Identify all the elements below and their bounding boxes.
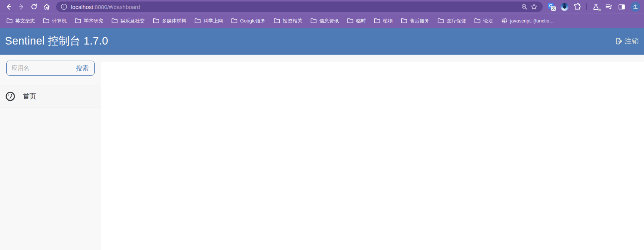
folder-icon	[474, 18, 481, 24]
info-icon[interactable]	[59, 2, 69, 12]
zoom-icon[interactable]	[519, 2, 529, 12]
sidebar-item-label: 首页	[23, 92, 36, 101]
bookmark-folder[interactable]: 计算机	[40, 16, 70, 26]
bookmark-label: 投资相关	[283, 18, 302, 24]
globe-icon	[501, 18, 507, 24]
bookmark-folder[interactable]: 医疗保健	[434, 16, 469, 26]
url-bar[interactable]: localhost:8080/#/dashboard	[56, 1, 543, 12]
folder-icon	[274, 18, 280, 24]
url-host: localhost	[71, 4, 93, 10]
forward-icon[interactable]	[16, 1, 27, 12]
bookmark-folder[interactable]: 科学上网	[191, 16, 226, 26]
folder-icon	[310, 18, 317, 24]
toolbar-separator	[586, 3, 587, 10]
bookmark-label: 植物	[383, 18, 393, 24]
swirl-extension-icon[interactable]	[561, 3, 568, 11]
gauge-icon	[5, 91, 15, 101]
swirl-center	[563, 5, 566, 9]
url-path: :8080/#/dashboard	[93, 4, 140, 10]
folder-icon	[111, 18, 118, 24]
url-text: localhost:8080/#/dashboard	[71, 4, 519, 10]
app-search-input[interactable]	[7, 61, 70, 75]
bookmark-label: 计算机	[52, 18, 67, 24]
back-icon[interactable]	[3, 1, 14, 12]
profile-avatar[interactable]: 生	[631, 2, 640, 12]
extension-area: G 文 生	[546, 2, 640, 12]
app-header: Sentinel 控制台 1.7.0 注销	[0, 28, 644, 55]
flask-status-dot	[598, 9, 601, 11]
bookmark-folder[interactable]: 售后服务	[398, 16, 433, 26]
bookmark-folder[interactable]: 临时	[344, 16, 369, 26]
home-icon[interactable]	[41, 1, 52, 12]
bookmark-folder[interactable]: 植物	[371, 16, 396, 26]
bookmark-folder[interactable]: 投资相关	[270, 16, 306, 26]
bookmark-javascript[interactable]: javascript: (functio…	[498, 16, 558, 25]
folder-icon	[43, 18, 49, 24]
logout-label: 注销	[625, 36, 639, 46]
folder-icon	[374, 18, 380, 24]
folder-icon	[75, 18, 81, 24]
bookmark-label: 多媒体材料	[162, 18, 186, 24]
folder-icon	[194, 18, 201, 24]
folder-icon	[6, 18, 13, 24]
bookmark-folder[interactable]: 论坛	[471, 16, 496, 26]
bookmark-label: 科学上网	[203, 18, 223, 24]
folder-icon	[347, 18, 353, 24]
bookmark-label: 信息资讯	[319, 18, 339, 24]
browser-toolbar: localhost:8080/#/dashboard G 文 生	[0, 0, 644, 13]
bookmark-label: javascript: (functio…	[510, 18, 554, 24]
folder-icon	[401, 18, 407, 24]
translate-extension-icon[interactable]: G 文	[548, 3, 556, 11]
bookmark-star-icon[interactable]	[529, 2, 539, 12]
reload-icon[interactable]	[28, 1, 40, 12]
sidebar-item-home[interactable]: 首页	[0, 85, 101, 107]
flask-icon[interactable]	[592, 3, 600, 11]
page-title: Sentinel 控制台 1.7.0	[5, 34, 108, 49]
sidebar: 搜索 首页	[0, 55, 101, 250]
folder-icon	[231, 18, 237, 24]
sidebar-nav: 首页	[0, 85, 101, 107]
search-button[interactable]: 搜索	[70, 61, 94, 75]
bookmark-folder[interactable]: 学术研究	[71, 16, 107, 26]
bookmark-label: 英文杂志	[15, 18, 35, 24]
main-top-gap	[101, 55, 644, 62]
bookmark-label: 临时	[356, 18, 366, 24]
bookmark-label: 娱乐及社交	[120, 18, 145, 24]
bookmark-label: 论坛	[483, 18, 493, 24]
bookmark-folder[interactable]: 娱乐及社交	[108, 16, 148, 26]
bookmark-folder[interactable]: 信息资讯	[307, 16, 342, 26]
logout-button[interactable]: 注销	[615, 36, 639, 46]
main-area	[101, 55, 644, 250]
bookmark-folder[interactable]: 多媒体材料	[150, 16, 190, 26]
extensions-puzzle-icon[interactable]	[573, 3, 582, 11]
side-panel-icon[interactable]	[618, 3, 626, 11]
folder-icon	[153, 18, 159, 24]
dashboard-panel	[101, 62, 644, 250]
bookmark-folder[interactable]: Google服务	[228, 16, 269, 26]
bookmark-folder[interactable]: 英文杂志	[3, 16, 38, 26]
app-search-group: 搜索	[6, 61, 95, 76]
content-area: 搜索 首页	[0, 55, 644, 250]
bookmark-label: 医疗保健	[447, 18, 466, 24]
bookmark-label: 售后服务	[410, 18, 429, 24]
bookmark-label: Google服务	[240, 18, 266, 24]
folder-icon	[438, 18, 444, 24]
bookmarks-bar: 英文杂志 计算机 学术研究 娱乐及社交 多媒体材料 科学上网 Google服务 …	[0, 13, 644, 28]
playlist-music-icon[interactable]	[605, 3, 613, 11]
bookmark-label: 学术研究	[84, 18, 103, 24]
sign-out-icon	[615, 37, 623, 45]
